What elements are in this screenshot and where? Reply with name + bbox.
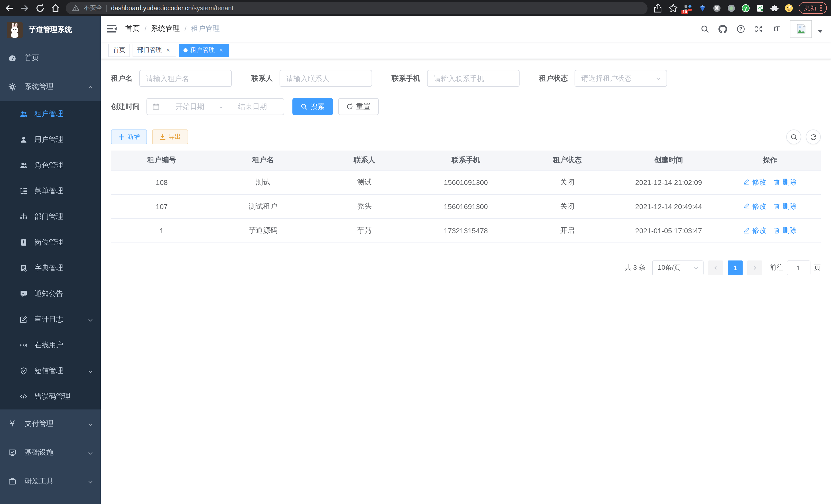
next-page-button[interactable] <box>747 260 762 275</box>
omnibox[interactable]: 不安全 dashboard.yudao.iocoder.cn/system/te… <box>66 2 648 14</box>
sidebar-collapse-icon[interactable] <box>106 23 117 34</box>
edit-link[interactable]: 修改 <box>743 178 767 187</box>
sidebar-item-infra[interactable]: 基础设施 <box>0 438 101 467</box>
chevron-left-icon <box>713 265 718 270</box>
contact-mobile-input[interactable] <box>427 70 520 87</box>
app-logo[interactable]: 芋道管理系统 <box>0 16 101 44</box>
page-size-select[interactable]: 10条/页 <box>652 260 704 275</box>
close-icon[interactable] <box>218 47 225 54</box>
extension-icon-sheet[interactable] <box>755 3 765 12</box>
pagination-total: 共 3 条 <box>625 263 646 272</box>
extension-icon-gem[interactable] <box>698 3 707 12</box>
export-button[interactable]: 导出 <box>152 129 188 144</box>
main-area: 首页 / 系统管理 / 租户管理 <box>101 16 831 504</box>
sidebar-item-menu[interactable]: 菜单管理 <box>0 178 101 204</box>
not-secure-icon[interactable] <box>72 4 80 12</box>
sidebar-item-pay[interactable]: ¥ 支付管理 <box>0 410 101 438</box>
date-range-separator: - <box>220 102 222 111</box>
extension-icon-dot[interactable] <box>727 3 736 12</box>
sidebar-item-label: 菜单管理 <box>34 186 63 196</box>
dashboard-icon <box>8 54 17 62</box>
cell-name: 芋道源码 <box>212 218 314 242</box>
cell-status: 开启 <box>516 218 618 242</box>
browser-menu-icon[interactable] <box>820 5 822 11</box>
page-number-1[interactable]: 1 <box>728 260 743 275</box>
tenant-name-input[interactable] <box>139 70 232 87</box>
reset-button[interactable]: 重置 <box>338 98 379 115</box>
bookmark-star-icon[interactable] <box>668 3 678 13</box>
header-search-icon[interactable] <box>700 24 709 33</box>
forward-button[interactable] <box>20 3 30 13</box>
sidebar-item-post[interactable]: 岗位管理 <box>0 230 101 255</box>
sidebar-item-system[interactable]: 系统管理 <box>0 72 101 101</box>
sidebar-item-label: 岗位管理 <box>34 238 63 247</box>
chevron-right-icon <box>752 265 757 270</box>
goto-page-input[interactable] <box>787 260 810 275</box>
profile-avatar-icon[interactable] <box>784 3 794 12</box>
breadcrumb-system[interactable]: 系统管理 <box>151 24 180 33</box>
sidebar-item-sms[interactable]: 短信管理 <box>0 358 101 384</box>
contact-name-input[interactable] <box>280 70 372 87</box>
search-button[interactable]: 搜索 <box>292 98 333 115</box>
create-time-label: 创建时间 <box>111 102 140 111</box>
filter-form-row-2: 创建时间 开始日期 - 结束日期 搜索 重置 <box>111 98 821 115</box>
font-size-icon[interactable]: tT <box>772 24 781 33</box>
sidebar-item-dept[interactable]: 部门管理 <box>0 204 101 230</box>
sidebar-item-role[interactable]: 角色管理 <box>0 153 101 178</box>
tab-dept[interactable]: 部门管理 <box>133 43 176 57</box>
reload-button[interactable] <box>35 3 45 13</box>
calendar-icon <box>152 103 160 111</box>
sidebar-item-dict[interactable]: 字典管理 <box>0 255 101 281</box>
cell-created: 2021-12-14 20:49:44 <box>618 194 719 218</box>
prev-page-button[interactable] <box>708 260 723 275</box>
status-select-placeholder: 请选择租户状态 <box>581 74 632 83</box>
sidebar-item-tenant[interactable]: 租户管理 <box>0 101 101 127</box>
delete-link[interactable]: 删除 <box>774 178 797 187</box>
cell-id: 108 <box>111 170 212 194</box>
browser-update-button[interactable]: 更新 <box>799 2 827 14</box>
edit-link[interactable]: 修改 <box>743 202 767 211</box>
extension-icon-command[interactable]: ⌘ <box>712 3 721 12</box>
fullscreen-icon[interactable] <box>754 24 763 33</box>
sidebar-item-dev-tools[interactable]: 研发工具 <box>0 467 101 496</box>
sidebar-item-online-user[interactable]: 在线用户 <box>0 332 101 358</box>
chevron-down-icon <box>87 421 93 427</box>
sidebar-item-home[interactable]: 首页 <box>0 44 101 72</box>
edit-link[interactable]: 修改 <box>743 226 767 235</box>
tab-tenant[interactable]: 租户管理 <box>179 43 229 57</box>
refresh-table-button[interactable] <box>806 129 821 144</box>
tab-label: 首页 <box>113 46 125 55</box>
extensions-puzzle-icon[interactable] <box>770 3 779 12</box>
breadcrumb-home[interactable]: 首页 <box>125 24 140 33</box>
show-search-toggle-button[interactable] <box>786 129 801 144</box>
share-icon[interactable] <box>653 3 663 13</box>
sidebar-item-error-code[interactable]: 错误码管理 <box>0 384 101 410</box>
breadcrumb-current: 租户管理 <box>191 24 220 33</box>
sidebar-item-notice[interactable]: 通知公告 <box>0 281 101 307</box>
github-icon[interactable] <box>718 24 727 33</box>
status-select[interactable]: 请选择租户状态 <box>575 70 667 87</box>
close-icon[interactable] <box>165 47 172 54</box>
create-time-range-picker[interactable]: 开始日期 - 结束日期 <box>146 98 284 115</box>
log-icon <box>20 316 28 324</box>
add-button[interactable]: 新增 <box>111 129 147 144</box>
sidebar-item-audit-log[interactable]: 审计日志 <box>0 307 101 332</box>
update-label: 更新 <box>804 4 816 12</box>
goto-label: 前往 <box>770 263 783 272</box>
back-button[interactable] <box>4 3 15 13</box>
delete-link[interactable]: 删除 <box>774 202 797 211</box>
avatar-dropdown-caret[interactable] <box>818 30 823 33</box>
user-icon <box>20 136 28 144</box>
sidebar-item-label: 研发工具 <box>25 477 53 486</box>
delete-link[interactable]: 删除 <box>774 226 797 235</box>
sidebar-item-user[interactable]: 用户管理 <box>0 127 101 153</box>
tab-home[interactable]: 首页 <box>109 43 130 57</box>
extension-icon-y[interactable]: y <box>741 3 750 12</box>
col-created: 创建时间 <box>618 151 719 170</box>
breadcrumb: 首页 / 系统管理 / 租户管理 <box>125 24 220 33</box>
extension-icon-layout[interactable]: 10 <box>684 3 693 12</box>
sidebar-item-label: 支付管理 <box>25 419 53 428</box>
home-button[interactable] <box>50 3 61 13</box>
help-icon[interactable] <box>736 24 745 33</box>
user-avatar[interactable] <box>790 20 812 38</box>
